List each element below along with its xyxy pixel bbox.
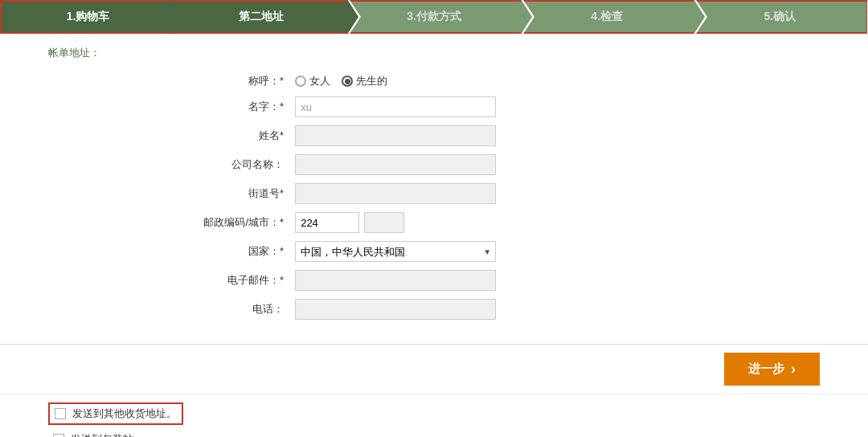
checkbox-area: 发送到其他收货地址。 发送到包装站。 [0,394,868,437]
surname-row: 姓名* [48,121,820,150]
step-2[interactable]: 第二地址 [174,2,347,32]
male-option[interactable]: 先生的 [342,74,387,88]
street-label: 街道号* [48,179,292,208]
street-input[interactable] [295,183,496,204]
country-input-cell: 中国，中华人民共和国 ▼ [292,237,820,266]
ship-to-other-checkbox[interactable] [55,408,66,419]
step-5[interactable]: 5.确认 [694,2,866,32]
section-title: 帐单地址： [48,46,820,60]
email-label: 电子邮件：* [48,266,292,295]
male-radio[interactable] [342,76,353,87]
company-input[interactable] [295,154,496,175]
ship-to-packstation-label: 发送到包装站。 [71,432,144,437]
female-label: 女人 [309,74,330,88]
name-label: 名字：* [48,92,292,121]
country-label: 国家：* [48,237,292,266]
next-button-arrow: › [791,361,796,378]
postal-city-group [295,212,817,233]
email-input-cell [292,266,820,295]
phone-input[interactable] [295,299,496,320]
postal-label: 邮政编码/城市：* [48,208,292,237]
ship-to-packstation-row: 发送到包装站。 [48,430,149,437]
step-3[interactable]: 3.付款方式 [347,2,520,32]
company-row: 公司名称： [48,150,820,179]
female-option[interactable]: 女人 [295,74,330,88]
company-input-cell [292,150,820,179]
surname-label: 姓名* [48,121,292,150]
city-input[interactable] [364,212,404,233]
country-select[interactable]: 中国，中华人民共和国 [295,241,496,262]
ship-to-other-label: 发送到其他收货地址。 [72,406,177,421]
address-form: 称呼：* 女人 先生的 名字：* [48,70,820,324]
name-input[interactable] [295,96,496,117]
progress-bar: 1.购物车 第二地址 3.付款方式 4.检查 5.确认 [0,0,868,34]
next-button-label: 进一步 [748,361,784,377]
postal-input[interactable] [295,212,359,233]
surname-input-cell [292,121,820,150]
name-input-cell [292,92,820,121]
country-row: 国家：* 中国，中华人民共和国 ▼ [48,237,820,266]
step-1[interactable]: 1.购物车 [2,2,174,32]
salutation-radio-group: 女人 先生的 [295,74,817,88]
company-label: 公司名称： [48,150,292,179]
ship-to-packstation-checkbox[interactable] [53,434,64,437]
salutation-input-cell: 女人 先生的 [292,70,820,92]
postal-input-cell [292,208,820,237]
male-label: 先生的 [356,74,387,88]
email-input[interactable] [295,270,496,291]
street-row: 街道号* [48,179,820,208]
phone-row: 电话： [48,295,820,324]
street-input-cell [292,179,820,208]
phone-label: 电话： [48,295,292,324]
button-area: 进一步 › [0,344,868,394]
email-row: 电子邮件：* [48,266,820,295]
step-4[interactable]: 4.检查 [521,2,694,32]
ship-to-other-row: 发送到其他收货地址。 [48,402,183,425]
next-button[interactable]: 进一步 › [724,353,820,386]
salutation-row: 称呼：* 女人 先生的 [48,70,820,92]
country-select-wrapper: 中国，中华人民共和国 ▼ [295,241,496,262]
postal-row: 邮政编码/城市：* [48,208,820,237]
salutation-label: 称呼：* [48,70,292,92]
surname-input[interactable] [295,125,496,146]
name-row: 名字：* [48,92,820,121]
female-radio[interactable] [295,76,306,87]
main-content: 帐单地址： 称呼：* 女人 先生的 名字：* [0,34,868,336]
phone-input-cell [292,295,820,324]
